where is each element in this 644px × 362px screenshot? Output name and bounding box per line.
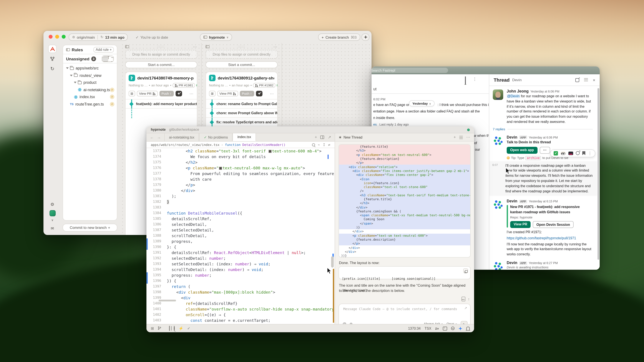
tree-view-icon[interactable] — [108, 56, 114, 61]
view-pr-button[interactable]: View PR — [217, 91, 238, 96]
search-input[interactable]: Search Fastrepl — [372, 68, 448, 73]
new-thread-icon[interactable]: + — [454, 135, 456, 139]
avatar-john[interactable] — [493, 89, 503, 100]
collab-status-icon[interactable] — [467, 128, 470, 131]
branch-name[interactable]: devin/1764380749-memory-page — [137, 75, 194, 80]
notification-bell-icon[interactable] — [465, 77, 466, 85]
avatar-devin[interactable] — [493, 200, 503, 210]
more-options-icon[interactable]: ⋮ — [473, 77, 477, 85]
thread-history-icon[interactable] — [459, 136, 463, 139]
tree-item-ai-notetaking-tsx[interactable]: ai-notetaking.tsx⊘ — [63, 86, 117, 93]
git-panel-icon[interactable] — [158, 326, 161, 331]
project-name[interactable]: hyprnote — [151, 128, 166, 132]
ai-actions-button[interactable] — [362, 33, 369, 41]
view-pr-button[interactable]: View PR — [137, 91, 158, 96]
diff-toggle-icon[interactable]: ⇄ — [328, 143, 330, 147]
eyes-reaction-icon[interactable] — [560, 152, 566, 155]
check-reaction-icon[interactable]: ✓ — [554, 151, 558, 155]
diff-preview-card[interactable]: {feature.title} </h3> <p className="text… — [338, 144, 470, 258]
view-pr-button[interactable]: View PR — [510, 221, 531, 228]
commit-row[interactable]: fix: resolve TypeScript errors and add r… — [206, 118, 277, 127]
avatar-devin[interactable] — [493, 135, 503, 146]
branches-view-button[interactable] — [48, 55, 56, 63]
drag-handle-icon[interactable]: ∷∷∷ — [238, 45, 245, 48]
language-mode[interactable]: TSX — [424, 326, 431, 330]
replies-link-fragment[interactable]: es — [373, 122, 377, 126]
tab-index-tsx[interactable]: index.tsx — [233, 133, 256, 141]
close-button[interactable] — [49, 35, 52, 39]
history-view-button[interactable]: ↻ — [48, 65, 56, 73]
bookmark-icon[interactable] — [582, 151, 585, 155]
close-thread-icon[interactable]: × — [593, 77, 595, 82]
notification-bell-icon[interactable] — [466, 327, 470, 330]
project-panel-icon[interactable]: ⊞ — [151, 326, 154, 331]
pr-number-pill[interactable]: PR #1982 — [253, 83, 276, 88]
author-name[interactable]: Devin — [507, 261, 517, 265]
settings-button[interactable]: ⚙ — [48, 200, 56, 208]
thread-scrollbar[interactable] — [598, 88, 599, 260]
author-name[interactable]: Devin — [507, 135, 517, 139]
scrollbar-thumb[interactable] — [331, 256, 334, 268]
commit-row[interactable]: chore: rename Gallery to Prompt Gallery … — [206, 99, 277, 109]
collapse-lane-icon[interactable] — [125, 45, 129, 48]
collapse-rail-button[interactable]: ∨ — [48, 218, 56, 222]
tree-item-product[interactable]: product — [63, 79, 117, 86]
gitbutler-assistant-icon[interactable] — [49, 210, 56, 216]
start-commit-button[interactable]: Start a commit... — [125, 61, 197, 68]
horizontal-scrollbar-thumb[interactable] — [158, 300, 176, 301]
commit-row[interactable]: chore: move Prompt Gallery above Workflo… — [206, 109, 277, 118]
timestamp[interactable]: 6:07 — [492, 163, 498, 166]
author-name[interactable]: Devin — [507, 199, 517, 203]
pr-link[interactable]: https://github.com/fastrepl/hyprnote/pul… — [507, 236, 593, 240]
tasks-done-icon[interactable]: ✓ — [187, 326, 190, 331]
scroll-up-icon[interactable]: ↑ — [468, 297, 470, 301]
commit-to-new-branch-button[interactable]: Commit to new branch+ — [62, 224, 117, 232]
tree-item-index-tsx[interactable]: index.tsx⊘ — [63, 93, 117, 100]
push-button[interactable]: Push ↑ — [159, 91, 174, 96]
tab-ai-notetaking[interactable]: ai-notetaking.tsx — [164, 133, 199, 141]
collab-panel-icon[interactable] — [169, 326, 170, 331]
thread-filter-icon[interactable] — [584, 78, 588, 82]
expand-icon[interactable]: ↗ — [328, 135, 331, 139]
remote-status-pill[interactable]: ⊚ origin/main ↻ 13 min ago — [69, 33, 128, 41]
project-selector[interactable]: hyprnote ∨ — [200, 33, 232, 41]
nav-back-icon[interactable]: ← — [150, 135, 154, 139]
expand-composer-icon[interactable]: ↗ — [464, 306, 467, 310]
feedback-mail-button[interactable]: ✉ — [48, 224, 56, 232]
markdown-icon[interactable]: MD — [461, 297, 465, 301]
branch-name[interactable]: devin/1764380912-gallery-shortcuts — [218, 75, 274, 80]
cursor-position[interactable]: 1370:34 — [408, 326, 421, 330]
avatar-devin[interactable] — [493, 261, 503, 270]
author-name[interactable]: John Jeong — [507, 89, 529, 93]
selection-icon[interactable]: ⌁ — [318, 143, 320, 147]
open-web-app-button[interactable]: Open web app — [507, 147, 537, 154]
lane-menu-icon[interactable]: ⋯ — [193, 44, 197, 49]
pr-number-pill[interactable]: PR #1981 — [172, 83, 195, 88]
open-devin-session-button[interactable]: Open Devin Session — [533, 221, 574, 228]
add-rule-button[interactable]: Add rule + — [94, 47, 114, 52]
commit-action-icon[interactable]: ⊞ — [209, 91, 216, 96]
add-reaction-icon[interactable] — [576, 151, 580, 155]
new-tab-icon[interactable]: + — [314, 135, 317, 139]
debug-icon[interactable] — [451, 327, 454, 330]
tree-item-routetree-gen-ts[interactable]: TSrouteTree.gen.ts⊘ — [63, 100, 117, 108]
diagnostics-indicator[interactable]: ✓No problems — [199, 133, 233, 141]
panel-menu-icon[interactable]: ⋯ — [466, 135, 470, 139]
more-actions-icon[interactable]: ⋮ — [588, 151, 592, 155]
code-editor[interactable]: 1373 <h2 className="text-3xl font-serif … — [146, 148, 334, 324]
zoom-button[interactable] — [62, 35, 66, 39]
minimize-button[interactable] — [55, 35, 59, 39]
tree-item-apps-web-src[interactable]: apps/web/src — [63, 65, 117, 72]
drop-files-zone[interactable]: Drop files to assign or commit directly — [125, 50, 197, 59]
open-in-window-icon[interactable] — [575, 78, 579, 82]
more-actions-button[interactable]: ⋯ — [540, 147, 550, 154]
split-pane-icon[interactable] — [320, 135, 324, 139]
start-commit-button[interactable]: Start a commit... — [206, 61, 278, 68]
terminal-icon[interactable] — [443, 326, 447, 330]
mention-chip[interactable]: @Devin — [507, 94, 520, 98]
ai-assistant-icon[interactable] — [458, 326, 462, 330]
search-icon[interactable] — [174, 326, 175, 331]
push-button[interactable]: Push ↑ — [240, 91, 254, 96]
technologist-reaction-icon[interactable] — [568, 152, 573, 155]
branch-menu-icon[interactable]: ⋯ — [270, 91, 274, 96]
